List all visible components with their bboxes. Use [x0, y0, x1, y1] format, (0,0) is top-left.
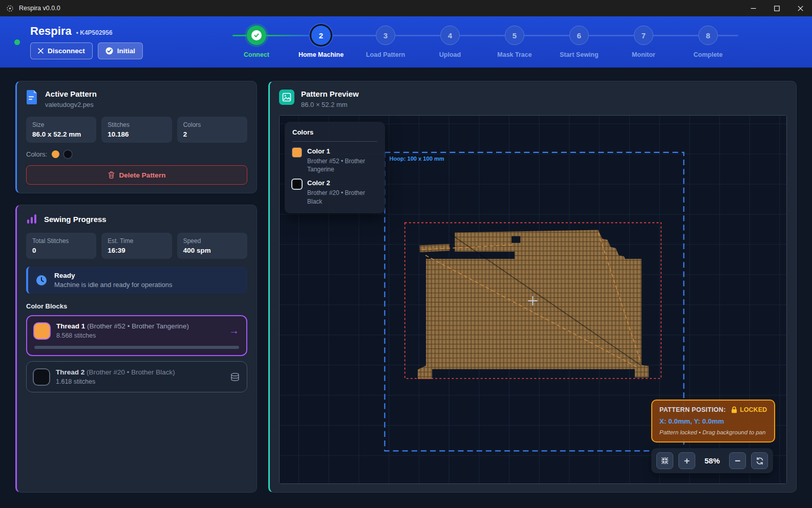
color-blocks-label: Color Blocks: [26, 302, 247, 310]
thread-1-progress-bar: [34, 346, 239, 349]
thread-1-block[interactable]: Thread 1 (Brother #52 • Brother Tangerin…: [26, 315, 247, 356]
active-pattern-title: Active Pattern: [45, 90, 97, 98]
document-icon: [26, 90, 38, 105]
x-icon: [38, 48, 44, 54]
app-icon: [6, 5, 14, 12]
minimize-button[interactable]: [741, 0, 765, 16]
pattern-position-overlay: PATTERN POSITION: LOCKED X: 0.0mm, Y: 0.…: [651, 400, 775, 443]
pattern-coordinates: X: 0.0mm, Y: 0.0mm: [659, 417, 767, 425]
step-monitor[interactable]: 7 Monitor: [611, 26, 676, 58]
color-1-swatch: [292, 148, 302, 157]
zoom-level: 58%: [700, 456, 724, 465]
color-entry-1: Color 1 Brother #52 • Brother Tangerine: [292, 147, 377, 173]
stepper-line: [395, 35, 440, 36]
reset-view-button[interactable]: [751, 452, 768, 469]
machine-serial: • K4P502956: [76, 29, 113, 36]
step-start-sewing[interactable]: 6 Start Sewing: [547, 26, 611, 58]
pattern-lock-hint: Pattern locked • Drag background to pan: [659, 429, 767, 435]
thread-1-stitches: 8.568 stitches: [56, 332, 189, 339]
stepper-line: [589, 35, 634, 36]
trash-icon: [108, 171, 115, 179]
refresh-icon: [756, 457, 764, 465]
active-pattern-card: Active Pattern valetudogv2.pes Size 86.0…: [15, 81, 257, 193]
delete-pattern-button[interactable]: Delete Pattern: [26, 165, 247, 185]
compress-icon: [661, 457, 669, 465]
stepper-line: [266, 35, 311, 36]
workflow-stepper: Connect 2 Home Machine 3 Load Pattern 4 …: [224, 26, 740, 58]
color-dot-orange: [52, 150, 59, 158]
sewing-progress-card: Sewing Progress Total Stitches 0 Est. Ti…: [15, 205, 257, 493]
stepper-line: [718, 35, 738, 36]
thread-2-block[interactable]: Thread 2 (Brother #20 • Brother Black) 1…: [26, 361, 247, 392]
thread-2-stitches: 1.618 stitches: [56, 378, 175, 385]
step-home-machine[interactable]: 2 Home Machine: [289, 26, 353, 58]
stat-speed: Speed 400 spm: [177, 233, 247, 259]
preview-size: 86.0 × 52.2 mm: [301, 101, 359, 108]
stat-stitches: Stitches 10.186: [101, 117, 172, 143]
stat-size: Size 86.0 x 52.2 mm: [26, 117, 96, 143]
thread-1-swatch: [34, 323, 50, 339]
stat-est-time: Est. Time 16:39: [101, 233, 172, 259]
step-complete[interactable]: 8 Complete: [676, 26, 740, 58]
step-mask-trace[interactable]: 5 Mask Trace: [482, 26, 547, 58]
fit-view-button[interactable]: [656, 452, 673, 469]
disconnect-button[interactable]: Disconnect: [30, 42, 93, 59]
connection-status-dot: [14, 39, 20, 45]
stepper-line: [653, 35, 698, 36]
zoom-out-button[interactable]: −: [729, 452, 746, 469]
status-desc: Machine is idle and ready for operations: [54, 281, 173, 289]
layers-icon: [230, 373, 240, 381]
hoop-label: Hoop: 100 x 100 mm: [390, 156, 444, 162]
zoom-in-button[interactable]: +: [678, 452, 695, 469]
brand-title: Respira: [30, 25, 72, 38]
colors-legend-panel: Colors Color 1 Brother #52 • Brother Tan…: [285, 122, 385, 213]
zoom-toolbar: + 58% −: [651, 448, 773, 473]
check-circle-icon: [105, 47, 113, 55]
pattern-preview-card: Pattern Preview 86.0 × 52.2 mm: [268, 81, 797, 493]
stepper-line: [524, 35, 569, 36]
status-title: Ready: [54, 272, 173, 279]
stepper-line: [232, 35, 247, 36]
stepper-line: [331, 35, 376, 36]
bar-chart-icon: [26, 213, 37, 225]
colors-label: Colors:: [26, 150, 47, 158]
title-bar: Respira v0.0.0: [0, 0, 812, 16]
stat-colors: Colors 2: [177, 117, 247, 143]
app-header: Respira • K4P502956 Disconnect Initial C…: [0, 16, 812, 68]
window-title: Respira v0.0.0: [19, 5, 60, 12]
color-dot-black: [64, 150, 72, 158]
step-connect[interactable]: Connect: [224, 26, 289, 58]
stepper-line: [460, 35, 505, 36]
color-entry-2: Color 2 Brother #20 • Brother Black: [292, 179, 377, 205]
check-icon: [251, 30, 262, 40]
arrow-right-icon: →: [229, 325, 239, 337]
thread-2-swatch: [34, 369, 49, 385]
pattern-filename: valetudogv2.pes: [45, 101, 97, 108]
initial-button[interactable]: Initial: [98, 42, 143, 59]
lock-icon: [731, 406, 737, 413]
stat-total-stitches: Total Stitches 0: [26, 233, 96, 259]
sewing-progress-title: Sewing Progress: [44, 215, 106, 224]
preview-canvas[interactable]: Hoop: 100 x 100 mm: [279, 115, 787, 484]
step-load-pattern[interactable]: 3 Load Pattern: [353, 26, 418, 58]
locked-badge: LOCKED: [740, 406, 767, 413]
pattern-position-label: PATTERN POSITION:: [659, 406, 726, 413]
preview-title: Pattern Preview: [301, 90, 359, 98]
machine-status-banner: Ready Machine is idle and ready for oper…: [26, 267, 247, 294]
clock-icon: [35, 274, 48, 286]
step-upload[interactable]: 4 Upload: [418, 26, 482, 58]
colors-panel-title: Colors: [292, 128, 377, 136]
close-button[interactable]: [788, 0, 812, 16]
maximize-button[interactable]: [765, 0, 788, 16]
color-2-swatch: [292, 180, 302, 189]
image-icon: [279, 90, 294, 105]
